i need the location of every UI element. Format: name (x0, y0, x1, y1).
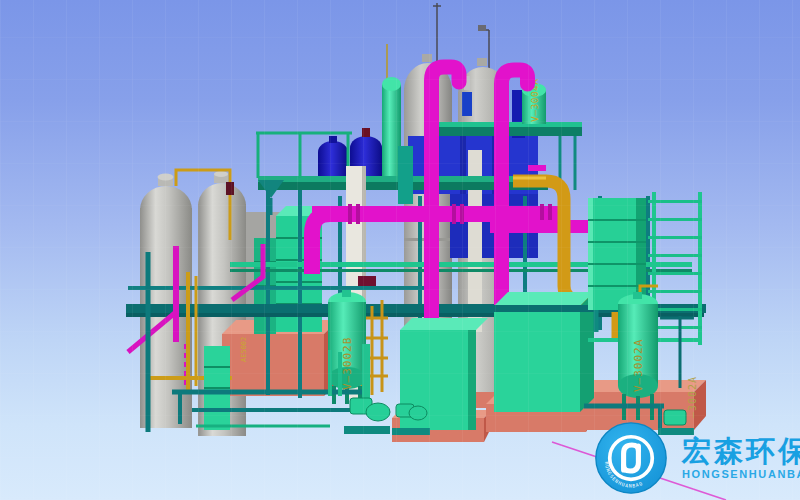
label-right-vessel: V—3002A (632, 339, 645, 392)
label-right-vessel-tag: —3002A (687, 376, 698, 418)
brand-text-block: 宏森环保 HONGSENHUANBAO (682, 436, 800, 480)
brand-logo: HONGSENHUANBAO 宏森环保 HONGSENHUANBAO (594, 421, 800, 495)
brand-name-chinese: 宏森环保 (682, 436, 800, 466)
valve-maroon-small (226, 182, 234, 195)
render-viewport: V—3004A (0, 0, 800, 500)
funnel-teal (258, 180, 284, 215)
label-small-tag: AE5002 (240, 337, 248, 362)
green-stack-bottom-left (204, 346, 230, 430)
brand-name-latin: HONGSENHUANBAO (682, 468, 800, 480)
label-left-vessel: V—3002B (341, 337, 354, 390)
hongsen-logo-icon: HONGSENHUANBAO (594, 421, 668, 495)
